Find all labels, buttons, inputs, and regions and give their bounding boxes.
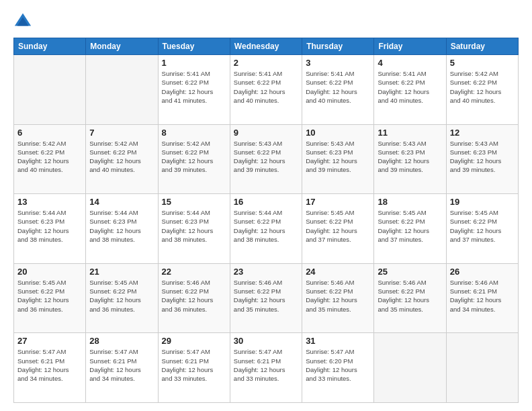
day-info: Sunrise: 5:43 AM Sunset: 6:22 PM Dayligh… [234,139,298,175]
calendar-cell: 19Sunrise: 5:45 AM Sunset: 6:22 PM Dayli… [446,194,518,264]
logo-icon [13,12,32,31]
day-number: 30 [234,336,298,346]
day-info: Sunrise: 5:41 AM Sunset: 6:22 PM Dayligh… [378,69,442,105]
day-number: 24 [306,267,370,277]
calendar-cell: 9Sunrise: 5:43 AM Sunset: 6:22 PM Daylig… [230,124,302,194]
day-info: Sunrise: 5:41 AM Sunset: 6:22 PM Dayligh… [234,69,298,105]
weekday-header: Friday [374,38,446,55]
calendar-cell [374,333,446,403]
calendar-cell: 11Sunrise: 5:43 AM Sunset: 6:23 PM Dayli… [374,124,446,194]
calendar-cell: 10Sunrise: 5:43 AM Sunset: 6:23 PM Dayli… [302,124,374,194]
day-number: 10 [306,128,370,138]
day-number: 22 [162,267,226,277]
day-info: Sunrise: 5:43 AM Sunset: 6:23 PM Dayligh… [450,139,515,175]
day-info: Sunrise: 5:47 AM Sunset: 6:21 PM Dayligh… [162,347,226,383]
day-number: 1 [162,58,226,68]
day-number: 7 [89,128,154,138]
calendar-cell: 8Sunrise: 5:42 AM Sunset: 6:22 PM Daylig… [158,124,230,194]
day-info: Sunrise: 5:42 AM Sunset: 6:22 PM Dayligh… [162,139,226,175]
day-info: Sunrise: 5:41 AM Sunset: 6:22 PM Dayligh… [162,69,226,105]
header [13,12,519,31]
day-info: Sunrise: 5:47 AM Sunset: 6:21 PM Dayligh… [17,347,82,383]
calendar-cell: 17Sunrise: 5:45 AM Sunset: 6:22 PM Dayli… [302,194,374,264]
day-info: Sunrise: 5:45 AM Sunset: 6:22 PM Dayligh… [378,208,442,244]
calendar-cell: 25Sunrise: 5:46 AM Sunset: 6:22 PM Dayli… [374,263,446,333]
day-number: 8 [162,128,226,138]
weekday-header: Saturday [446,38,518,55]
calendar-cell: 28Sunrise: 5:47 AM Sunset: 6:21 PM Dayli… [86,333,158,403]
day-number: 31 [306,336,370,346]
calendar-cell: 3Sunrise: 5:41 AM Sunset: 6:22 PM Daylig… [302,55,374,125]
day-info: Sunrise: 5:44 AM Sunset: 6:23 PM Dayligh… [162,208,226,244]
calendar-cell: 26Sunrise: 5:46 AM Sunset: 6:21 PM Dayli… [446,263,518,333]
calendar-cell: 16Sunrise: 5:44 AM Sunset: 6:22 PM Dayli… [230,194,302,264]
day-number: 29 [162,336,226,346]
weekday-header: Monday [86,38,158,55]
day-number: 12 [450,128,515,138]
calendar-cell: 12Sunrise: 5:43 AM Sunset: 6:23 PM Dayli… [446,124,518,194]
day-info: Sunrise: 5:44 AM Sunset: 6:22 PM Dayligh… [234,208,298,244]
calendar-cell: 5Sunrise: 5:42 AM Sunset: 6:22 PM Daylig… [446,55,518,125]
weekday-header: Thursday [302,38,374,55]
day-number: 16 [234,197,298,207]
day-info: Sunrise: 5:44 AM Sunset: 6:23 PM Dayligh… [17,208,82,244]
calendar-header-row: SundayMondayTuesdayWednesdayThursdayFrid… [14,38,519,55]
calendar-cell: 22Sunrise: 5:46 AM Sunset: 6:22 PM Dayli… [158,263,230,333]
day-number: 13 [17,197,82,207]
day-number: 4 [378,58,442,68]
day-info: Sunrise: 5:46 AM Sunset: 6:22 PM Dayligh… [306,278,370,314]
day-number: 17 [306,197,370,207]
day-info: Sunrise: 5:41 AM Sunset: 6:22 PM Dayligh… [306,69,370,105]
day-info: Sunrise: 5:43 AM Sunset: 6:23 PM Dayligh… [306,139,370,175]
calendar-week-row: 20Sunrise: 5:45 AM Sunset: 6:22 PM Dayli… [14,263,519,333]
calendar-cell [446,333,518,403]
calendar-week-row: 6Sunrise: 5:42 AM Sunset: 6:22 PM Daylig… [14,124,519,194]
calendar-week-row: 27Sunrise: 5:47 AM Sunset: 6:21 PM Dayli… [14,333,519,403]
day-info: Sunrise: 5:46 AM Sunset: 6:22 PM Dayligh… [162,278,226,314]
day-number: 26 [450,267,515,277]
calendar-cell: 20Sunrise: 5:45 AM Sunset: 6:22 PM Dayli… [14,263,86,333]
calendar-cell: 18Sunrise: 5:45 AM Sunset: 6:22 PM Dayli… [374,194,446,264]
calendar-cell: 6Sunrise: 5:42 AM Sunset: 6:22 PM Daylig… [14,124,86,194]
day-info: Sunrise: 5:42 AM Sunset: 6:22 PM Dayligh… [450,69,515,105]
day-info: Sunrise: 5:44 AM Sunset: 6:23 PM Dayligh… [89,208,154,244]
calendar-cell: 21Sunrise: 5:45 AM Sunset: 6:22 PM Dayli… [86,263,158,333]
calendar-cell: 30Sunrise: 5:47 AM Sunset: 6:21 PM Dayli… [230,333,302,403]
calendar-cell: 7Sunrise: 5:42 AM Sunset: 6:22 PM Daylig… [86,124,158,194]
day-number: 25 [378,267,442,277]
day-info: Sunrise: 5:45 AM Sunset: 6:22 PM Dayligh… [17,278,82,314]
day-number: 11 [378,128,442,138]
day-info: Sunrise: 5:46 AM Sunset: 6:22 PM Dayligh… [378,278,442,314]
calendar-cell [86,55,158,125]
day-info: Sunrise: 5:43 AM Sunset: 6:23 PM Dayligh… [378,139,442,175]
day-number: 27 [17,336,82,346]
day-number: 19 [450,197,515,207]
calendar-cell: 23Sunrise: 5:46 AM Sunset: 6:22 PM Dayli… [230,263,302,333]
calendar-cell [14,55,86,125]
day-number: 5 [450,58,515,68]
day-info: Sunrise: 5:42 AM Sunset: 6:22 PM Dayligh… [89,139,154,175]
day-number: 6 [17,128,82,138]
day-number: 28 [89,336,154,346]
day-number: 9 [234,128,298,138]
calendar-cell: 13Sunrise: 5:44 AM Sunset: 6:23 PM Dayli… [14,194,86,264]
calendar-cell: 2Sunrise: 5:41 AM Sunset: 6:22 PM Daylig… [230,55,302,125]
day-info: Sunrise: 5:47 AM Sunset: 6:20 PM Dayligh… [306,347,370,383]
day-info: Sunrise: 5:46 AM Sunset: 6:21 PM Dayligh… [450,278,515,314]
day-info: Sunrise: 5:45 AM Sunset: 6:22 PM Dayligh… [89,278,154,314]
day-info: Sunrise: 5:45 AM Sunset: 6:22 PM Dayligh… [450,208,515,244]
calendar-cell: 29Sunrise: 5:47 AM Sunset: 6:21 PM Dayli… [158,333,230,403]
calendar-table: SundayMondayTuesdayWednesdayThursdayFrid… [13,38,519,403]
calendar-cell: 27Sunrise: 5:47 AM Sunset: 6:21 PM Dayli… [14,333,86,403]
calendar-cell: 14Sunrise: 5:44 AM Sunset: 6:23 PM Dayli… [86,194,158,264]
calendar-cell: 4Sunrise: 5:41 AM Sunset: 6:22 PM Daylig… [374,55,446,125]
day-number: 2 [234,58,298,68]
day-info: Sunrise: 5:46 AM Sunset: 6:22 PM Dayligh… [234,278,298,314]
calendar-cell: 31Sunrise: 5:47 AM Sunset: 6:20 PM Dayli… [302,333,374,403]
weekday-header: Tuesday [158,38,230,55]
day-number: 3 [306,58,370,68]
day-info: Sunrise: 5:47 AM Sunset: 6:21 PM Dayligh… [234,347,298,383]
calendar-cell: 24Sunrise: 5:46 AM Sunset: 6:22 PM Dayli… [302,263,374,333]
day-info: Sunrise: 5:45 AM Sunset: 6:22 PM Dayligh… [306,208,370,244]
day-info: Sunrise: 5:47 AM Sunset: 6:21 PM Dayligh… [89,347,154,383]
